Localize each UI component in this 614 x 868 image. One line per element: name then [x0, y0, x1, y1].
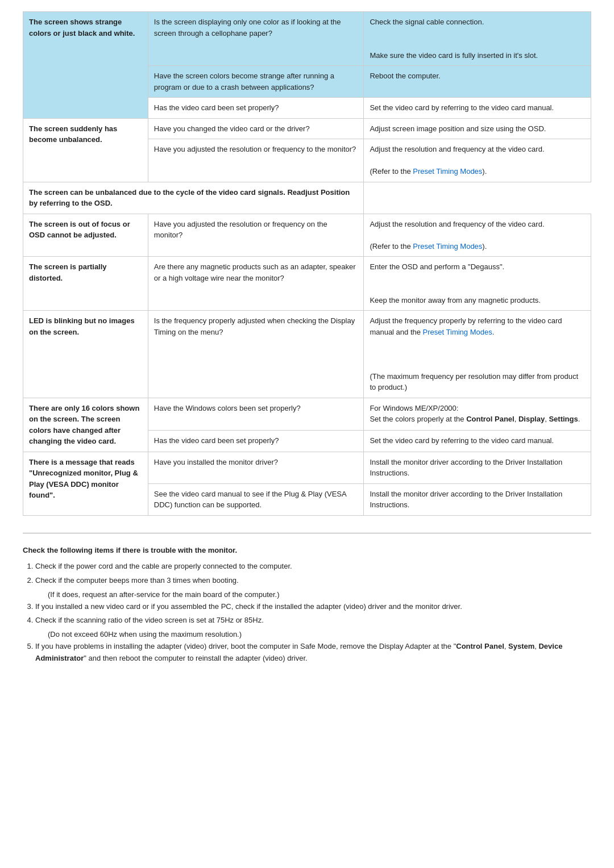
problem-cell: There is a message that reads "Unrecogni… [23, 452, 148, 515]
answer-cell: Enter the OSD and perform a "Degauss".Ke… [364, 257, 591, 311]
preset-timing-link[interactable]: Preset Timing Modes [413, 242, 482, 251]
list-indent: (Do not exceed 60Hz when using the maxim… [35, 629, 591, 641]
problem-cell: The screen is out of focus or OSD cannot… [23, 214, 148, 257]
question-cell: Have you adjusted the resolution or freq… [148, 214, 364, 257]
answer-cell: Reboot the computer. [364, 66, 591, 98]
question-cell: Is the frequency properly adjusted when … [148, 311, 364, 398]
footer-section: Check the following items if there is tr… [23, 545, 591, 665]
footer-list: Check if the power cord and the cable ar… [23, 561, 591, 664]
footer-heading: Check the following items if there is tr… [23, 545, 591, 557]
problem-cell: LED is blinking but no images on the scr… [23, 311, 148, 398]
preset-timing-link[interactable]: Preset Timing Modes [423, 328, 492, 336]
question-cell: Have you adjusted the resolution or freq… [148, 139, 364, 182]
answer-cell: Adjust the resolution and frequency of t… [364, 214, 591, 257]
question-cell: Are there any magnetic products such as … [148, 257, 364, 311]
question-cell: Have the Windows colors been set properl… [148, 398, 364, 431]
question-cell: Have you installed the monitor driver? [148, 452, 364, 483]
answer-cell: Install the monitor driver according to … [364, 452, 591, 483]
problem-cell: The screen is partially distorted. [23, 257, 148, 311]
list-item: Check if the computer beeps more than 3 … [35, 575, 591, 587]
question-cell: See the video card manual to see if the … [148, 483, 364, 515]
answer-cell: Adjust the resolution and frequency at t… [364, 139, 591, 182]
question-cell: Is the screen displaying only one color … [148, 12, 364, 66]
problem-cell: There are only 16 colors shown on the sc… [23, 398, 148, 452]
span-row-cell: The screen can be unbalanced due to the … [23, 182, 364, 214]
answer-cell: Adjust the frequency properly by referri… [364, 311, 591, 398]
section-divider [23, 533, 591, 533]
question-cell: Have the screen colors become strange af… [148, 66, 364, 98]
question-cell: Has the video card been set properly? [148, 431, 364, 452]
list-item: If you have problems in installing the a… [35, 641, 591, 665]
troubleshoot-table: The screen shows strange colors or just … [23, 11, 591, 516]
list-indent: (If it does, request an after-service fo… [35, 589, 591, 601]
answer-cell: Check the signal cable connection.Make s… [364, 12, 591, 66]
answer-cell: Set the video card by referring to the v… [364, 98, 591, 119]
answer-cell: Install the monitor driver according to … [364, 483, 591, 515]
question-cell: Has the video card been set properly? [148, 98, 364, 119]
problem-cell: The screen shows strange colors or just … [23, 12, 148, 119]
problem-cell: The screen suddenly has become unbalance… [23, 118, 148, 182]
answer-cell: Adjust screen image position and size us… [364, 118, 591, 139]
question-cell: Have you changed the video card or the d… [148, 118, 364, 139]
list-item: Check if the power cord and the cable ar… [35, 561, 591, 573]
answer-cell: For Windows ME/XP/2000:Set the colors pr… [364, 398, 591, 431]
preset-timing-link[interactable]: Preset Timing Modes [413, 167, 482, 176]
list-item: Check if the scanning ratio of the video… [35, 615, 591, 627]
answer-cell: Set the video card by referring to the v… [364, 431, 591, 452]
list-item: If you installed a new video card or if … [35, 601, 591, 613]
